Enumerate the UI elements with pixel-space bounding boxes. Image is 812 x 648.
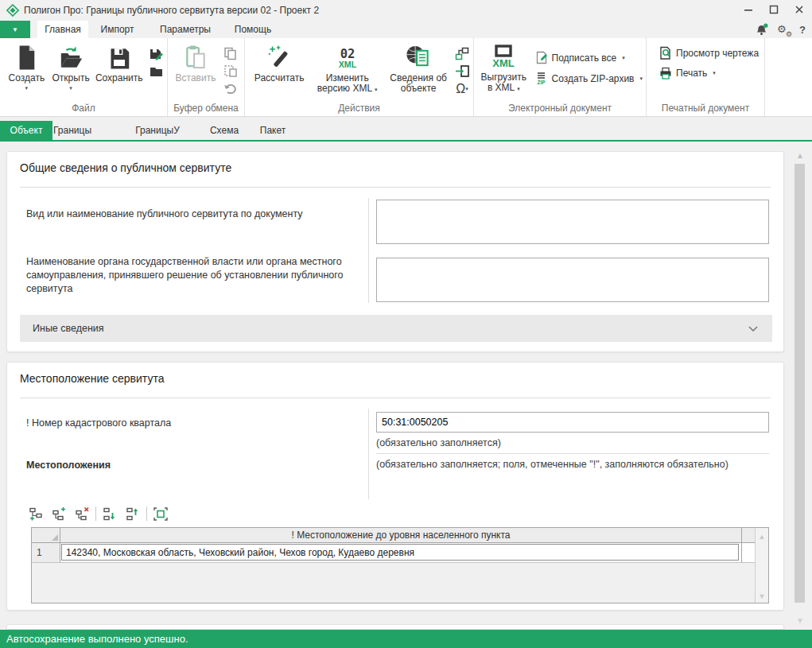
open-button[interactable]: Открыть ▾: [49, 43, 94, 91]
general-info-title: Общие сведения о публичном сервитуте: [20, 161, 231, 174]
object-info-label-2: объекте: [401, 83, 437, 94]
print-dropdown-icon: ▾: [713, 70, 716, 76]
table-scroll-down-icon[interactable]: ▼: [756, 592, 768, 600]
table-scroll-up-icon[interactable]: ▲: [756, 533, 768, 541]
toolbar-separator: [95, 506, 96, 521]
tab-import[interactable]: Импорт: [95, 21, 139, 38]
table-row[interactable]: 142340, Московская область, Чеховский ра…: [60, 543, 742, 563]
import-data-button[interactable]: [454, 64, 470, 79]
tab-borders-u[interactable]: ГраницыУ: [134, 121, 181, 140]
help-icon[interactable]: ?: [799, 24, 806, 36]
page-scrollbar-thumb[interactable]: [795, 164, 805, 603]
xml-version-icon: 02 XML: [333, 45, 362, 71]
quarter-field-input[interactable]: [376, 412, 769, 433]
move-row-up-button[interactable]: [123, 505, 142, 522]
corner-triangle-icon: [52, 534, 58, 541]
divider: [20, 398, 771, 398]
minimize-button[interactable]: [742, 3, 755, 16]
paste-special-button[interactable]: [222, 64, 238, 79]
save-as-icon: [149, 47, 163, 61]
create-label: Создать: [9, 73, 45, 83]
locations-note: (обязательно заполняется; поля, отмеченн…: [376, 459, 728, 470]
locations-table: ! Местоположение до уровня населенного п…: [31, 527, 769, 603]
open-recent-button[interactable]: [148, 64, 164, 79]
create-dropdown-icon: ▾: [25, 85, 29, 91]
locations-table-toolbar: [26, 504, 170, 523]
move-row-down-button[interactable]: [100, 505, 119, 522]
expand-table-button[interactable]: [151, 505, 170, 522]
app-menu-button[interactable]: ▼: [0, 21, 30, 38]
paste-button[interactable]: Вставить: [173, 43, 219, 96]
window-title: Полигон Про: Границы публичного сервитут…: [24, 5, 319, 16]
tab-scheme[interactable]: Схема: [207, 121, 242, 140]
print-icon: [659, 67, 672, 80]
table-tail-header: [742, 528, 755, 543]
maximize-button[interactable]: [767, 3, 780, 16]
delete-row-button[interactable]: [72, 505, 91, 522]
quarter-field-note: (обязательно заполняется): [376, 437, 501, 448]
add-row-button[interactable]: [26, 505, 45, 522]
table-scrollbar[interactable]: ▲ ▼: [755, 528, 768, 603]
tab-help[interactable]: Помощь: [229, 21, 277, 38]
magic-wand-icon: [267, 45, 291, 71]
tab-object[interactable]: Объект: [0, 121, 52, 140]
print-label: Печать: [676, 68, 707, 79]
add-row-icon: [28, 506, 44, 522]
svg-text:XML: XML: [338, 60, 356, 69]
calculate-label: Рассчитать: [254, 73, 305, 83]
row-number-cell[interactable]: 1: [32, 543, 60, 563]
document-tab-strip: Объект Границы ГраницыУ Схема Пакет: [0, 121, 812, 140]
create-button[interactable]: Создать ▾: [5, 43, 49, 91]
undo-button[interactable]: [222, 81, 238, 96]
link-objects-button[interactable]: [454, 46, 470, 61]
import-arrow-icon: [455, 64, 469, 78]
new-document-icon: [15, 45, 37, 71]
notifications-bell-icon[interactable]: [756, 23, 769, 36]
insert-row-button[interactable]: [49, 505, 68, 522]
active-tab-underline: [0, 140, 812, 142]
preview-drawing-label: Просмотр чертежа: [676, 48, 759, 59]
authority-field-input[interactable]: [376, 258, 769, 302]
tab-main[interactable]: Главная: [37, 21, 88, 38]
copy-button[interactable]: [222, 46, 238, 61]
create-zip-dropdown-icon: ▾: [639, 76, 643, 82]
preview-drawing-button[interactable]: Просмотр чертежа: [659, 46, 764, 60]
export-xml-dropdown-icon: ▾: [517, 86, 520, 91]
export-xml-button[interactable]: XML Выгрузить в XML ▾: [479, 43, 529, 93]
other-info-label: Иные сведения: [33, 323, 104, 334]
sign-all-button[interactable]: Подписать все ▾: [535, 51, 643, 64]
tab-borders[interactable]: Границы: [52, 121, 92, 140]
settings-gear-small-icon: ⚙: [786, 30, 792, 38]
object-info-button[interactable]: Сведения об объекте: [386, 43, 451, 96]
omega-symbols-button[interactable]: Ω▾: [454, 81, 470, 96]
kind-field-input[interactable]: [376, 200, 769, 244]
location-value-cell[interactable]: 142340, Московская область, Чеховский ра…: [61, 544, 739, 561]
title-bar: Полигон Про: Границы публичного сервитут…: [0, 0, 812, 21]
calculate-button[interactable]: Рассчитать: [250, 43, 309, 96]
omega-dropdown-icon: ▾: [465, 86, 468, 92]
sign-all-label: Подписать все: [552, 52, 617, 64]
print-button[interactable]: Печать ▾: [659, 67, 764, 80]
create-zip-button[interactable]: ZIP Создать ZIP-архив ▾: [535, 72, 643, 85]
other-info-collapsible[interactable]: Иные сведения: [20, 315, 772, 342]
save-button[interactable]: Сохранить: [93, 43, 145, 91]
page-scroll-down-icon[interactable]: ▼: [794, 616, 806, 625]
folder-icon: [150, 65, 163, 77]
page-scroll-up-icon[interactable]: ▲: [794, 151, 806, 160]
paste-label: Вставить: [176, 73, 216, 83]
change-xml-label-2: версию XML ▾: [317, 83, 378, 94]
table-column-header[interactable]: ! Местоположение до уровня населенного п…: [60, 528, 742, 543]
tab-parameters[interactable]: Параметры: [156, 21, 215, 38]
insert-row-icon: [51, 506, 67, 522]
open-dropdown-icon: ▾: [69, 85, 72, 91]
tab-package[interactable]: Пакет: [256, 121, 289, 140]
table-corner-cell[interactable]: [32, 528, 60, 543]
settings-gear-icon[interactable]: ⚙⚙: [777, 23, 791, 36]
ribbon-group-actions: Рассчитать 02 XML Изменить версию XML ▾ …: [245, 38, 474, 116]
sign-document-icon: [535, 51, 548, 64]
close-button[interactable]: [793, 3, 806, 16]
change-xml-version-button[interactable]: 02 XML Изменить версию XML ▾: [309, 43, 386, 96]
table-tail-cell: [742, 543, 755, 563]
open-label: Открыть: [52, 73, 90, 83]
save-as-button[interactable]: [148, 46, 164, 61]
